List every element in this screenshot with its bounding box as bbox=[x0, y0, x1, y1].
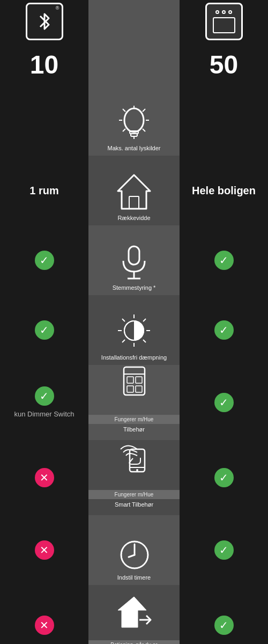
svg-line-20 bbox=[122, 319, 125, 321]
svg-rect-31 bbox=[136, 386, 142, 392]
accessory-icon bbox=[120, 364, 149, 399]
range-left: 1 rum bbox=[0, 156, 88, 225]
center-number-spacer bbox=[88, 43, 180, 86]
svg-marker-39 bbox=[118, 597, 146, 627]
timer-right: ✓ bbox=[180, 515, 268, 585]
timer-center: Indstil timere bbox=[88, 515, 180, 585]
range-left-value: 1 rum bbox=[29, 185, 58, 197]
svg-line-8 bbox=[143, 109, 145, 112]
bulbs-left bbox=[0, 86, 88, 156]
away-sublabel: Betjening, når du er bbox=[88, 640, 180, 644]
dimming-right: ✓ bbox=[180, 295, 268, 365]
voice-center: Stemmestyring * bbox=[88, 225, 180, 295]
bulbs-right bbox=[180, 86, 268, 156]
bulbs-center: Maks. antal lyskilder bbox=[88, 86, 180, 156]
bulb-icon bbox=[118, 105, 150, 143]
timer-left-cross: ✕ bbox=[35, 540, 54, 560]
svg-line-22 bbox=[143, 319, 146, 321]
away-center-inner bbox=[115, 585, 153, 640]
svg-rect-29 bbox=[136, 377, 142, 383]
accessory-right: ✓ bbox=[180, 365, 268, 440]
bulbs-label: Maks. antal lyskilder bbox=[107, 145, 160, 151]
timer-label: Indstil timere bbox=[117, 574, 151, 581]
right-count: 50 bbox=[180, 43, 268, 86]
svg-line-21 bbox=[143, 340, 146, 342]
away-center: Betjening, når du er væk fra hjemmet bbox=[88, 585, 180, 644]
range-center: Rækkevidde bbox=[88, 156, 180, 225]
svg-line-10 bbox=[143, 129, 145, 131]
voice-right-check: ✓ bbox=[214, 251, 234, 270]
dimming-left: ✓ bbox=[0, 295, 88, 365]
count-right-value: 50 bbox=[210, 50, 238, 79]
voice-left-check: ✓ bbox=[35, 251, 54, 270]
smart-right-check: ✓ bbox=[214, 468, 234, 487]
svg-rect-13 bbox=[129, 246, 139, 265]
accessory-left-check: ✓ bbox=[35, 386, 54, 406]
range-label: Rækkevidde bbox=[117, 215, 150, 221]
voice-label: Stemmestyring * bbox=[113, 284, 156, 291]
smart-center-inner bbox=[88, 426, 180, 490]
clock-icon bbox=[117, 535, 152, 572]
svg-line-23 bbox=[122, 340, 125, 342]
center-header-top bbox=[88, 0, 180, 43]
timer-right-check: ✓ bbox=[214, 540, 234, 560]
away-right-check: ✓ bbox=[214, 616, 234, 635]
dimming-left-check: ✓ bbox=[35, 320, 54, 340]
svg-point-0 bbox=[124, 108, 144, 132]
accessory-right-check: ✓ bbox=[214, 393, 234, 412]
smart-icon bbox=[118, 440, 150, 474]
svg-rect-32 bbox=[130, 449, 145, 472]
smart-left: ✕ bbox=[0, 440, 88, 515]
svg-rect-12 bbox=[129, 196, 139, 209]
smart-label: Smart Tilbehør bbox=[88, 499, 180, 511]
svg-marker-11 bbox=[118, 175, 150, 209]
range-right-value: Hele boligen bbox=[192, 185, 256, 197]
svg-line-9 bbox=[123, 129, 125, 131]
svg-rect-30 bbox=[127, 386, 133, 392]
accessory-sublabel: Fungerer m/Hue bbox=[88, 415, 180, 424]
svg-rect-2 bbox=[131, 134, 137, 136]
hub-icon bbox=[205, 3, 243, 40]
smart-sublabel: Fungerer m/Hue bbox=[88, 490, 180, 499]
away-left-cross: ✕ bbox=[35, 616, 54, 635]
away-icon bbox=[115, 594, 153, 632]
away-left: ✕ bbox=[0, 585, 88, 644]
voice-left: ✓ bbox=[0, 225, 88, 295]
timer-left: ✕ bbox=[0, 515, 88, 585]
smart-center: Fungerer m/Hue Smart Tilbehør bbox=[88, 440, 180, 515]
dimming-right-check: ✓ bbox=[214, 320, 234, 340]
mic-icon bbox=[118, 242, 150, 282]
accessory-center-inner bbox=[88, 350, 180, 415]
bluetooth-icon: ® bbox=[26, 3, 63, 40]
voice-right: ✓ bbox=[180, 225, 268, 295]
dimmer-icon bbox=[115, 312, 153, 352]
svg-line-7 bbox=[123, 109, 125, 112]
left-count: 10 bbox=[0, 43, 88, 86]
smart-left-cross: ✕ bbox=[35, 468, 54, 487]
smart-right: ✓ bbox=[180, 440, 268, 515]
svg-point-34 bbox=[136, 469, 138, 471]
house-icon bbox=[115, 172, 153, 213]
accessory-left-label: ✓ kun Dimmer Switch bbox=[14, 386, 75, 419]
range-right: Hele boligen bbox=[180, 156, 268, 225]
left-header: ® bbox=[0, 0, 88, 43]
accessory-left: ✓ kun Dimmer Switch bbox=[0, 365, 88, 440]
right-header bbox=[180, 0, 268, 43]
svg-rect-28 bbox=[127, 377, 133, 383]
away-right: ✓ bbox=[180, 585, 268, 644]
count-left-value: 10 bbox=[30, 50, 58, 79]
